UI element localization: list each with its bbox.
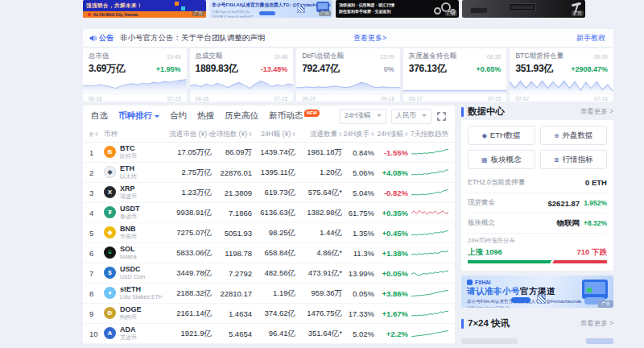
main-row: 自选币种排行合约热搜历史高位新币动态NEW 24H涨幅人民币 #币种流通市值 (…	[83, 106, 613, 344]
column-header[interactable]: 24H额 (¥)	[252, 130, 295, 139]
coin-cell: A ADA 艾达币	[104, 326, 163, 341]
table-row[interactable]: 8 ♦ stETH Lido Staked ETH 2188.32亿 22810…	[83, 284, 455, 304]
volume-24h-cell: 6136.63亿	[252, 208, 295, 218]
ad-banner-2[interactable]: 非小号FXH.AI认准官方微信负责人TG: @Feixiaohaomak 官网 …	[209, 0, 332, 18]
stat-change: +0.65%	[477, 65, 502, 73]
column-header[interactable]: #	[89, 130, 104, 139]
tab-历史高位[interactable]: 历史高位	[225, 110, 258, 122]
tab-币种排行[interactable]: 币种排行	[118, 110, 159, 122]
volume-24h-cell: 1.19亿	[252, 288, 295, 299]
filter-select-24H涨幅[interactable]: 24H涨幅	[340, 109, 386, 124]
supply-cell: 575.64亿*	[295, 188, 342, 198]
up-down-ratio-bar	[468, 260, 607, 263]
table-row[interactable]: 2 ◆ ETH 以太坊 2.75万亿 22876.01 1395.11亿 1.2…	[83, 163, 455, 183]
coin-cell: ≡ SOL solana	[104, 246, 163, 260]
data-center-more-link[interactable]: 查看更多 >	[580, 107, 613, 117]
tab-合约[interactable]: 合约	[170, 110, 187, 122]
stat-card[interactable]: BTC期货持仓量 08:00 351.93亿 +2908.47% 07-02 0…	[510, 48, 613, 102]
stat-card[interactable]: 总市值 19:48 3.69万亿 +1.95% 06-16 07-15	[83, 48, 187, 102]
coin-cell: $ USDC USD Coin	[104, 266, 163, 280]
table-filters: 24H涨幅人民币	[340, 109, 447, 124]
change-24h-cell: +3.86%	[374, 289, 408, 298]
announcement-tag: 公告	[89, 33, 114, 44]
table-row[interactable]: 9 Ð DOGE 狗狗币 2161.14亿 1.4634 374.62亿 147…	[83, 304, 455, 324]
stat-date-from: 07-02	[515, 96, 529, 102]
rank-cell: 7	[89, 269, 104, 278]
column-header: 7天指数趋势	[408, 130, 448, 139]
data-center-button-板块概念[interactable]: ▦板块概念	[468, 150, 535, 169]
data-row-ETH2.0当前质押量[interactable]: ETH2.0当前质押量0 ETH	[468, 172, 607, 193]
data-center-button-外盘数据[interactable]: ⊕外盘数据	[540, 126, 608, 145]
chevron-down-icon	[377, 114, 382, 119]
data-center-button-行情指标[interactable]: ≣行情指标	[540, 150, 608, 169]
column-header[interactable]: 24H换手	[342, 130, 374, 139]
global-index-cell: 86.09万	[212, 147, 252, 158]
promo-follow-button[interactable]	[511, 297, 530, 303]
column-header[interactable]: 流通市值 (¥)	[163, 130, 212, 139]
stat-card[interactable]: 总成交额 19:48 1889.83亿 -13.48% 06-16 07-15	[190, 48, 294, 102]
table-row[interactable]: 7 $ USDC USD Coin 3449.78亿 7.2792 482.56…	[83, 263, 455, 284]
rank-cell: 1	[89, 148, 104, 157]
tab-新币动态[interactable]: 新币动态NEW	[269, 110, 320, 122]
tabs-host: 自选币种排行合约热搜历史高位新币动态NEW	[91, 110, 320, 122]
table-header-row: #币种流通市值 (¥)全球指数 (¥)24H额 (¥)流通数量24H换手24H涨…	[83, 126, 455, 143]
coin-cell: B BTC 比特币	[104, 145, 163, 160]
ad-banner-1[interactable]: 强强联合，共探未来！ Ho Chi Minh City, Vietnam 广告	[83, 0, 206, 18]
global-index-cell: 7.1866	[212, 209, 252, 218]
news-more-link[interactable]: 查看更多 >	[580, 319, 613, 329]
volume-24h-cell: 619.73亿	[252, 188, 295, 198]
coin-icon: A	[104, 327, 116, 339]
table-row[interactable]: 3 X XRP 瑞波币 1.23万亿 21.3809 619.73亿 575.6…	[83, 183, 455, 203]
ad2-button[interactable]	[259, 11, 275, 15]
ad-tag: 广告	[445, 10, 457, 17]
stat-change: -13.48%	[261, 65, 288, 73]
data-center-button-ETH数据[interactable]: ◆ETH数据	[468, 126, 535, 145]
turnover-cell: 1.35%	[342, 229, 374, 238]
trend-sparkline	[408, 329, 448, 339]
sidebar-promo-banner[interactable]: FXHAI 请认准非小号官方渠道 非小号FXH.AI认准官方微信负责人TG：@F…	[461, 276, 613, 308]
announcement-more-link[interactable]: 查看更多>	[353, 33, 386, 44]
ranking-tabs: 自选币种排行合约热搜历史高位新币动态NEW 24H涨幅人民币	[83, 106, 455, 126]
announcement-text[interactable]: 非小号官方公告：关于平台团队调整的声明	[120, 33, 266, 44]
stat-card[interactable]: DeFi总锁仓额 23:09 792.47亿 0% 09-29 09-18	[296, 48, 400, 102]
sort-icon	[95, 130, 98, 138]
turnover-cell: 17.33%	[342, 309, 374, 318]
data-row-现货黄金[interactable]: 现货黄金$2621.871.952%	[468, 193, 607, 213]
ad-banner-3[interactable]: 顶级福利 · 信用额度 · 锁汇行情 跟投套利零手续费 · 交易返利 广告	[336, 0, 459, 18]
stat-change: 0%	[384, 65, 394, 73]
volume-24h-cell: 482.56亿	[252, 268, 295, 279]
table-row[interactable]: 4 ₮ USDT 泰达币 9938.91亿 7.1866 6136.63亿 13…	[83, 203, 455, 223]
tab-热搜[interactable]: 热搜	[197, 110, 214, 122]
coin-name: Lido Staked ETH	[120, 294, 162, 300]
column-header[interactable]: 流通数量	[295, 130, 342, 139]
table-row[interactable]: 5 ◆ BNB 币安币 7275.07亿 5051.93 98.25亿 1.44…	[83, 223, 455, 243]
tutorial-link[interactable]: 新手教程	[576, 33, 605, 44]
column-header[interactable]: 24H涨幅	[374, 130, 408, 139]
news-header: 7×24 快讯 查看更多 >	[461, 317, 613, 329]
page-content: 公告 非小号官方公告：关于平台团队调整的声明 查看更多> 新手教程 总市值 19…	[83, 29, 613, 344]
market-cap-cell: 3449.78亿	[163, 268, 212, 279]
table-row[interactable]: 10 A ADA 艾达币 1921.9亿 5.4654 96.41亿 351.6…	[83, 324, 455, 344]
news-title: 7×24 快讯	[468, 317, 510, 329]
板块概念-icon: ▦	[481, 156, 488, 164]
ad1-logo-dot	[88, 13, 91, 16]
fullscreen-icon[interactable]	[436, 111, 447, 122]
ad-banner-4[interactable]: 广告	[462, 0, 585, 18]
filters-host: 24H涨幅人民币	[340, 109, 431, 124]
turnover-cell: 11.3%	[342, 249, 374, 258]
table-row[interactable]: 1 B BTC 比特币 17.05万亿 86.09万 1439.74亿 1981…	[83, 143, 455, 163]
tab-自选[interactable]: 自选	[91, 110, 108, 122]
turnover-cell: 61.75%	[342, 209, 374, 218]
section-accent-bar	[461, 107, 464, 117]
stat-date-to: 07-15	[167, 96, 181, 102]
column-header[interactable]: 全球指数 (¥)	[212, 130, 252, 139]
filter-select-人民币[interactable]: 人民币	[391, 109, 432, 124]
stat-change: +1.95%	[156, 65, 181, 73]
data-row-板块概念[interactable]: 板块概念物联网+8.32%	[468, 213, 607, 233]
coin-name: solana	[120, 254, 137, 260]
market-cap-cell: 7275.07亿	[163, 228, 212, 238]
supply-cell: 959.36万	[295, 288, 342, 299]
change-24h-cell: -0.82%	[374, 188, 408, 197]
stat-card[interactable]: 灰度基金持仓额 06:35 376.13亿 +0.65% 05-17 07-15	[403, 48, 507, 102]
table-row[interactable]: 6 ≡ SOL solana 5833.06亿 1198.78 658.84亿 …	[83, 243, 455, 263]
